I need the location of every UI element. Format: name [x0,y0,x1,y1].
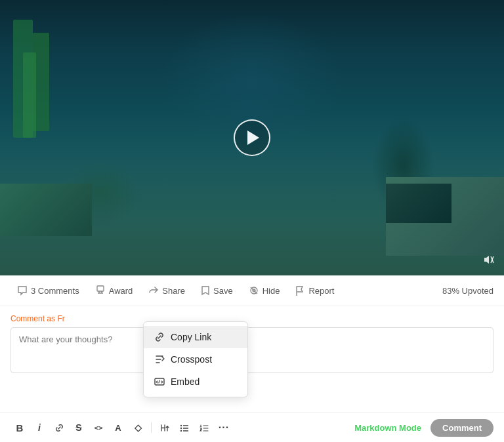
save-button[interactable]: Save [194,282,240,299]
comment-input[interactable] [10,327,494,373]
superscript-button[interactable]: A [109,418,127,437]
spoiler-button[interactable]: ◇ [129,418,147,437]
comment-as: Comment as Fr [10,314,494,323]
share-button[interactable]: Share [142,282,192,299]
crosspost-icon [154,354,165,365]
svg-point-6 [180,424,181,426]
comments-count: 3 Comments [31,286,79,296]
volume-icon[interactable] [483,255,495,266]
comment-username: Fr [57,314,64,323]
bold-button[interactable]: B [10,418,29,437]
action-bar: 3 Comments Award Share Save Hide Report [0,275,504,306]
comment-section: Comment as Fr [0,306,504,381]
share-label: Share [162,286,185,296]
crosspost-item[interactable]: Crosspost [144,348,247,371]
block-left [0,184,92,236]
upvoted-percentage: 83% Upvoted [442,286,494,296]
code-button[interactable]: <> [89,418,108,437]
award-label: Award [109,286,133,296]
editor-toolbar: B i S <> A ◇ ··· Markdown Mode Comment [0,412,504,442]
play-button[interactable] [234,119,270,156]
numbered-list-button[interactable] [195,418,213,437]
more-button[interactable]: ··· [215,418,233,437]
hide-button[interactable]: Hide [242,282,287,299]
bullet-list-button[interactable] [175,418,194,437]
copy-link-label: Copy Link [171,332,211,342]
report-button[interactable]: Report [289,282,341,299]
save-label: Save [213,286,233,296]
markdown-mode-toggle[interactable]: Markdown Mode [354,423,421,433]
hide-label: Hide [262,286,280,296]
embed-icon [154,376,165,387]
report-label: Report [308,286,334,296]
svg-point-8 [180,430,181,431]
share-dropdown: Copy Link Crosspost Embed [143,321,248,397]
copy-link-icon [154,332,165,342]
award-button[interactable]: Award [89,282,140,299]
toolbar-divider [151,422,152,433]
video-player[interactable] [0,0,504,275]
heading-button[interactable] [156,418,174,437]
svg-point-7 [180,427,181,428]
crosspost-label: Crosspost [171,354,212,365]
italic-button[interactable]: i [30,418,49,437]
comments-button[interactable]: 3 Comments [10,282,86,299]
block-mid [386,184,452,223]
seagrass-3 [23,52,36,138]
strikethrough-button[interactable]: S [70,418,88,437]
comment-submit-button[interactable]: Comment [430,419,494,437]
embed-item[interactable]: Embed [144,371,247,393]
embed-label: Embed [171,376,200,387]
copy-link-item[interactable]: Copy Link [144,326,247,348]
svg-rect-2 [97,286,104,291]
link-button[interactable] [50,418,68,437]
